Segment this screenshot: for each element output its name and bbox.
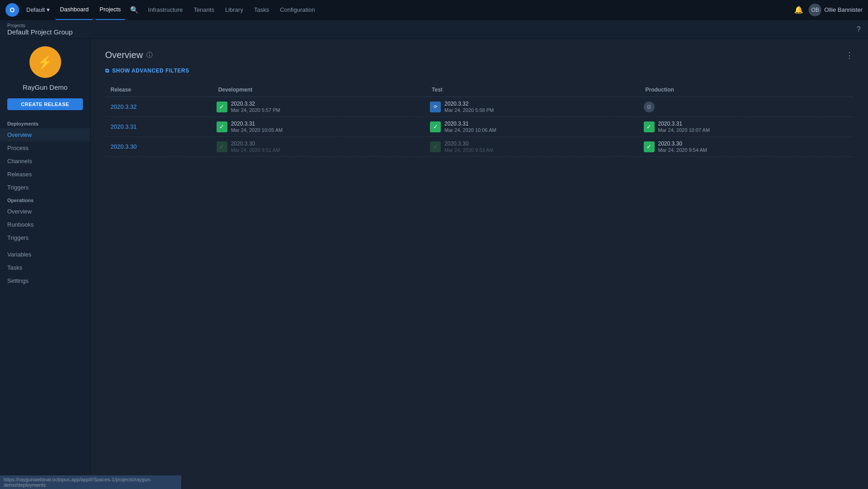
success-icon: ✓ [217, 102, 227, 112]
sidebar-item-ops-triggers[interactable]: Triggers [0, 231, 90, 244]
project-icon: ⚡ [29, 46, 61, 78]
default-space-label: Default [26, 6, 45, 13]
deploy-cell-dev-2020-3-32[interactable]: ✓ 2020.3.32 Mar 24, 2020 5:57 PM [213, 97, 426, 117]
more-options-icon[interactable]: ⋮ [845, 50, 854, 60]
breadcrumb-parent: Projects [7, 23, 72, 28]
nav-item-infrastructure[interactable]: Infrastructure [144, 0, 188, 20]
success-icon: ✓ [644, 141, 655, 152]
table-row: 2020.3.31 ✓ 2020.3.31 Mar 24, 2020 10:05… [105, 117, 854, 137]
breadcrumb: Projects Default Project Group [7, 23, 72, 36]
top-nav-right: 🔔 OB Ollie Bannister [794, 4, 863, 16]
filter-icon: ⧉ [105, 68, 110, 74]
create-release-button[interactable]: CREATE RELEASE [7, 98, 83, 110]
deploy-info: 2020.3.32 Mar 24, 2020 5:58 PM [444, 101, 494, 113]
nav-item-tasks[interactable]: Tasks [250, 0, 274, 20]
default-space-selector[interactable]: Default ▾ [23, 5, 53, 15]
success-icon: ✓ [430, 121, 441, 132]
nav-item-library[interactable]: Library [221, 0, 248, 20]
releases-table: Release Development Test Production 2020… [105, 83, 854, 157]
deploy-badge: ⊘ [640, 99, 854, 115]
operations-section-label: Operations [0, 194, 90, 205]
info-icon[interactable]: ⓘ [146, 51, 153, 59]
breadcrumb-bar: Projects Default Project Group ? [0, 20, 868, 39]
sidebar-item-variables[interactable]: Variables [0, 248, 90, 261]
deploy-badge: ✓ 2020.3.30 Mar 24, 2020 9:51 AM [213, 138, 426, 155]
deploy-cell-test-2020-3-32[interactable]: ⟳ 2020.3.32 Mar 24, 2020 5:58 PM [426, 97, 640, 117]
deployments-section-label: Deployments [0, 117, 90, 128]
faded-success-icon: ✓ [217, 141, 227, 152]
sidebar-item-process[interactable]: Process [0, 141, 90, 155]
col-header-release: Release [105, 83, 213, 97]
deploy-cell-dev-2020-3-30[interactable]: ✓ 2020.3.30 Mar 24, 2020 9:51 AM [213, 137, 426, 157]
main-content: Overview ⓘ ⋮ ⧉ SHOW ADVANCED FILTERS Rel… [91, 39, 868, 489]
deploy-cell-prod-2020-3-31[interactable]: ✓ 2020.3.31 Mar 24, 2020 10:07 AM [640, 117, 854, 137]
deploy-info: 2020.3.31 Mar 24, 2020 10:06 AM [444, 121, 496, 133]
avatar: OB [809, 4, 821, 16]
nav-item-tenants[interactable]: Tenants [189, 0, 219, 20]
sidebar-item-ops-overview[interactable]: Overview [0, 205, 90, 218]
app-logo[interactable]: O [5, 3, 19, 17]
help-icon[interactable]: ? [857, 25, 861, 34]
deploy-badge: ⟳ 2020.3.32 Mar 24, 2020 5:58 PM [426, 98, 640, 116]
nav-item-configuration[interactable]: Configuration [275, 0, 319, 20]
release-link-2020-3-31[interactable]: 2020.3.31 [105, 117, 213, 136]
table-row: 2020.3.32 ✓ 2020.3.32 Mar 24, 2020 5:57 … [105, 97, 854, 117]
content-title: Overview ⓘ [105, 50, 153, 60]
deploy-cell-prod-2020-3-30[interactable]: ✓ 2020.3.30 Mar 24, 2020 9:54 AM [640, 137, 854, 157]
deploy-info: 2020.3.30 Mar 24, 2020 9:51 AM [231, 140, 280, 153]
sidebar-item-releases[interactable]: Releases [0, 168, 90, 181]
main-layout: ⚡ RayGun Demo CREATE RELEASE Deployments… [0, 39, 868, 489]
advanced-filters-toggle[interactable]: ⧉ SHOW ADVANCED FILTERS [105, 68, 854, 74]
table-row: 2020.3.30 ✓ 2020.3.30 Mar 24, 2020 9:51 … [105, 137, 854, 157]
content-header: Overview ⓘ ⋮ [105, 50, 854, 60]
success-icon: ✓ [644, 121, 655, 132]
deploy-badge: ✓ 2020.3.31 Mar 24, 2020 10:06 AM [426, 118, 640, 136]
sidebar-item-settings[interactable]: Settings [0, 274, 90, 287]
col-header-production: Production [640, 83, 854, 97]
sidebar-item-overview[interactable]: Overview [0, 128, 90, 141]
deploy-badge: ✓ 2020.3.30 Mar 24, 2020 9:54 AM [640, 138, 854, 155]
deploy-info: 2020.3.32 Mar 24, 2020 5:57 PM [231, 101, 280, 113]
success-icon: ✓ [217, 121, 227, 132]
chevron-down-icon: ▾ [47, 6, 50, 13]
sidebar: ⚡ RayGun Demo CREATE RELEASE Deployments… [0, 39, 91, 489]
blocked-icon: ⊘ [644, 102, 655, 112]
breadcrumb-title: Default Project Group [7, 28, 72, 36]
deploy-cell-test-2020-3-30[interactable]: ✓ 2020.3.30 Mar 24, 2020 9:53 AM [426, 137, 640, 157]
user-name: Ollie Bannister [824, 6, 863, 13]
deploy-cell-dev-2020-3-31[interactable]: ✓ 2020.3.31 Mar 24, 2020 10:05 AM [213, 117, 426, 137]
top-navigation: O Default ▾ Dashboard Projects 🔍 Infrast… [0, 0, 868, 20]
url-bar: https://raygunwebinar.octopus.app/app#/S… [0, 475, 181, 489]
spinning-icon: ⟳ [430, 102, 441, 112]
deploy-info: 2020.3.30 Mar 24, 2020 9:54 AM [658, 140, 707, 153]
sidebar-item-runbooks[interactable]: Runbooks [0, 218, 90, 231]
deploy-badge: ✓ 2020.3.32 Mar 24, 2020 5:57 PM [213, 98, 426, 116]
col-header-development: Development [213, 83, 426, 97]
faded-success-icon: ✓ [430, 141, 441, 152]
deploy-info: 2020.3.31 Mar 24, 2020 10:07 AM [658, 121, 710, 133]
deploy-cell-test-2020-3-31[interactable]: ✓ 2020.3.31 Mar 24, 2020 10:06 AM [426, 117, 640, 137]
deploy-cell-prod-2020-3-32[interactable]: ⊘ [640, 97, 854, 117]
deploy-badge: ✓ 2020.3.31 Mar 24, 2020 10:07 AM [640, 118, 854, 136]
col-header-test: Test [426, 83, 640, 97]
user-menu[interactable]: OB Ollie Bannister [809, 4, 863, 16]
sidebar-item-tasks[interactable]: Tasks [0, 261, 90, 274]
release-link-2020-3-32[interactable]: 2020.3.32 [105, 97, 213, 116]
nav-item-projects[interactable]: Projects [95, 0, 125, 20]
sidebar-item-channels[interactable]: Channels [0, 155, 90, 168]
search-icon[interactable]: 🔍 [127, 3, 142, 17]
project-name: RayGun Demo [0, 83, 90, 91]
deploy-badge: ✓ 2020.3.31 Mar 24, 2020 10:05 AM [213, 118, 426, 136]
notification-bell-icon[interactable]: 🔔 [794, 5, 803, 14]
nav-item-dashboard[interactable]: Dashboard [55, 0, 93, 20]
deploy-info: 2020.3.30 Mar 24, 2020 9:53 AM [444, 140, 493, 153]
deploy-badge: ✓ 2020.3.30 Mar 24, 2020 9:53 AM [426, 138, 640, 155]
release-link-2020-3-30[interactable]: 2020.3.30 [105, 137, 213, 156]
deploy-info: 2020.3.31 Mar 24, 2020 10:05 AM [231, 121, 283, 133]
sidebar-item-triggers[interactable]: Triggers [0, 181, 90, 194]
